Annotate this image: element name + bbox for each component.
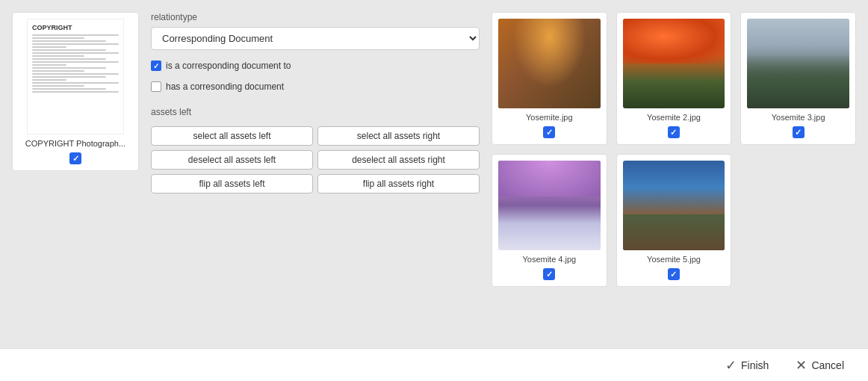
checkbox-label-1: is a corresponding document to — [166, 61, 291, 71]
asset-photo-name-1: Yosemite.jpg — [526, 113, 573, 122]
finish-button[interactable]: ✓ Finish — [719, 354, 775, 377]
asset-photo-name-4: Yosemite 4.jpg — [522, 255, 576, 264]
list-item: Yosemite.jpg — [492, 12, 607, 145]
doc-line — [32, 46, 66, 48]
doc-line — [32, 70, 84, 72]
list-item: Yosemite 2.jpg — [616, 12, 732, 145]
doc-title: COPYRIGHT — [32, 24, 119, 31]
footer: ✓ Finish ✕ Cancel — [0, 348, 868, 381]
list-item: Yosemite 4.jpg — [492, 154, 607, 287]
doc-line — [32, 49, 106, 51]
doc-line — [32, 61, 119, 63]
asset-checkbox-5[interactable] — [668, 268, 680, 280]
doc-line — [32, 82, 119, 84]
select-all-right-btn[interactable]: select all assets right — [317, 126, 480, 146]
asset-photo-name-3: Yosemite 3.jpg — [772, 113, 825, 122]
assets-grid: Yosemite.jpg Yosemite 2.jpg Yosemite 3.j… — [492, 12, 856, 287]
asset-photo-name-5: Yosemite 5.jpg — [647, 255, 701, 264]
asset-checkbox-4[interactable] — [543, 268, 555, 280]
flip-all-right-btn[interactable]: flip all assets right — [317, 174, 480, 193]
deselect-all-right-btn[interactable]: deselect all assets right — [317, 150, 480, 170]
doc-line — [32, 58, 106, 60]
doc-line — [32, 55, 84, 57]
doc-line — [32, 79, 66, 81]
doc-line — [32, 85, 84, 87]
list-item: Yosemite 3.jpg — [740, 12, 856, 145]
left-asset-checkbox[interactable] — [69, 152, 81, 164]
checkbox-row-2: has a corresonding document — [151, 81, 480, 92]
doc-line — [32, 88, 106, 90]
doc-line — [32, 73, 119, 75]
photo-thumbnail-2 — [623, 19, 725, 108]
select-all-left-btn[interactable]: select all assets left — [151, 126, 313, 146]
checkbox-corresponding-to[interactable] — [151, 61, 161, 71]
relation-type-select[interactable]: Corresponding Document Is Version Of Ref… — [151, 27, 480, 50]
left-asset-name: COPYRIGHT Photograph... — [25, 139, 125, 148]
doc-line — [32, 34, 119, 36]
asset-card-left: COPYRIGHT — [12, 12, 139, 171]
checkbox-has-corresponding[interactable] — [151, 81, 161, 92]
finish-label: Finish — [741, 359, 769, 371]
cancel-button[interactable]: ✕ Cancel — [790, 354, 850, 377]
asset-thumbnail: COPYRIGHT — [27, 19, 124, 134]
list-item: Yosemite 5.jpg — [616, 154, 732, 287]
asset-checkbox-1[interactable] — [543, 126, 555, 138]
photo-thumbnail-3 — [747, 19, 849, 108]
doc-line — [32, 91, 119, 93]
checkmark-icon: ✓ — [725, 357, 737, 374]
photo-thumbnail-4 — [498, 161, 601, 250]
flip-all-left-btn[interactable]: flip all assets left — [151, 174, 313, 193]
photo-thumbnail-5 — [623, 161, 725, 250]
buttons-grid: select all assets left select all assets… — [151, 126, 480, 193]
close-icon: ✕ — [796, 357, 807, 374]
asset-photo-name-2: Yosemite 2.jpg — [647, 113, 701, 122]
asset-photo-3 — [747, 19, 849, 108]
middle-panel: relationtype Corresponding Document Is V… — [151, 12, 480, 339]
relation-type-label: relationtype — [151, 12, 480, 22]
asset-checkbox-2[interactable] — [668, 126, 680, 138]
doc-line — [32, 40, 106, 42]
asset-photo-4 — [498, 161, 601, 250]
doc-lines — [32, 34, 119, 129]
checkbox-row-1: is a corresponding document to — [151, 61, 480, 71]
doc-line — [32, 64, 66, 66]
doc-line — [32, 67, 106, 69]
deselect-all-left-btn[interactable]: deselect all assets left — [151, 150, 313, 170]
asset-checkbox-3[interactable] — [793, 126, 805, 138]
relation-type-section: relationtype Corresponding Document Is V… — [151, 12, 480, 50]
cancel-label: Cancel — [811, 359, 844, 371]
doc-line — [32, 76, 106, 78]
asset-photo-5 — [623, 161, 725, 250]
doc-line — [32, 43, 119, 45]
left-panel: COPYRIGHT — [12, 12, 139, 339]
asset-photo-2 — [623, 19, 725, 108]
checkbox-label-2: has a corresonding document — [166, 81, 284, 92]
doc-line — [32, 52, 119, 54]
photo-thumbnail-1 — [498, 19, 601, 108]
asset-photo-1 — [498, 19, 601, 108]
doc-line — [32, 37, 84, 39]
right-panel: Yosemite.jpg Yosemite 2.jpg Yosemite 3.j… — [492, 12, 856, 339]
assets-left-label: assets left — [151, 107, 480, 117]
